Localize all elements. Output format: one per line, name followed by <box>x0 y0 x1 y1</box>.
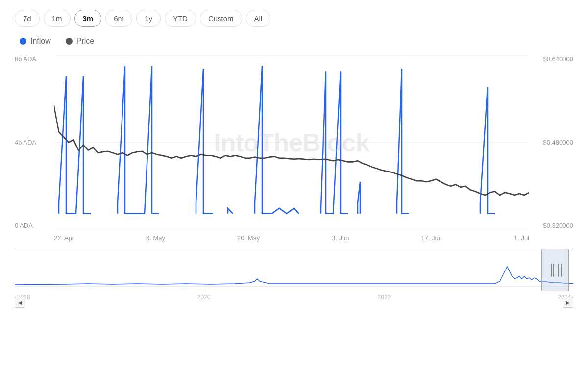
x-label: 6. May <box>146 234 165 242</box>
time-btn-ytd[interactable]: YTD <box>165 10 196 27</box>
nav-right-btn[interactable]: ▶ <box>563 297 573 308</box>
y-left-top: 8b ADA <box>15 55 54 63</box>
scroll-right-button[interactable]: ▶ <box>563 297 573 308</box>
nav-left-btn[interactable]: ◀ <box>15 297 25 308</box>
inflow-label: Inflow <box>30 37 51 46</box>
price-label: Price <box>76 37 94 46</box>
x-axis: 22. Apr6. May20. May3. Jun17. Jun1. Jul <box>54 234 529 242</box>
legend-price: Price <box>66 37 94 46</box>
main-chart-svg <box>54 55 529 229</box>
time-btn-6m[interactable]: 6m <box>105 10 132 27</box>
y-axis-right: $0.640000 $0.480000 $0.320000 <box>529 55 573 242</box>
chart-svg-area: IntoTheBlock <box>54 55 529 229</box>
y-right-bot: $0.320000 <box>543 222 573 229</box>
mini-chart-svg <box>15 249 573 291</box>
x-label: 1. Jul <box>514 234 529 242</box>
y-axis-left: 8b ADA 4b ADA 0 ADA <box>15 55 54 242</box>
y-left-mid: 4b ADA <box>15 139 54 146</box>
time-btn-all[interactable]: All <box>246 10 271 27</box>
time-btn-custom[interactable]: Custom <box>200 10 242 27</box>
svg-rect-4 <box>541 249 568 291</box>
y-right-top: $0.640000 <box>543 55 573 63</box>
y-left-bot: 0 ADA <box>15 222 54 229</box>
main-chart: 8b ADA 4b ADA 0 ADA $0.640000 $0.480000 … <box>15 55 573 242</box>
x-label: 22. Apr <box>54 234 74 242</box>
mini-x-axis: 2018202020222024 <box>15 294 573 301</box>
x-label: 3. Jun <box>332 234 349 242</box>
chart-legend: Inflow Price <box>15 37 573 46</box>
mini-chart: 2018202020222024 ◀ ▶ <box>15 249 573 308</box>
mini-x-label: 2020 <box>197 294 211 301</box>
time-btn-7d[interactable]: 7d <box>15 10 40 27</box>
x-label: 20. May <box>237 234 260 242</box>
legend-inflow: Inflow <box>20 37 51 46</box>
time-btn-1m[interactable]: 1m <box>44 10 71 27</box>
time-range-selector: 7d1m3m6m1yYTDCustomAll <box>15 10 573 27</box>
mini-x-label: 2022 <box>378 294 391 301</box>
chart-wrapper: 8b ADA 4b ADA 0 ADA $0.640000 $0.480000 … <box>15 55 573 308</box>
scroll-left-button[interactable]: ◀ <box>15 297 25 308</box>
x-label: 17. Jun <box>421 234 442 242</box>
time-btn-3m[interactable]: 3m <box>74 10 102 27</box>
y-right-mid: $0.480000 <box>543 139 573 146</box>
price-dot <box>66 38 73 45</box>
inflow-dot <box>20 38 26 45</box>
time-btn-1y[interactable]: 1y <box>136 10 161 27</box>
